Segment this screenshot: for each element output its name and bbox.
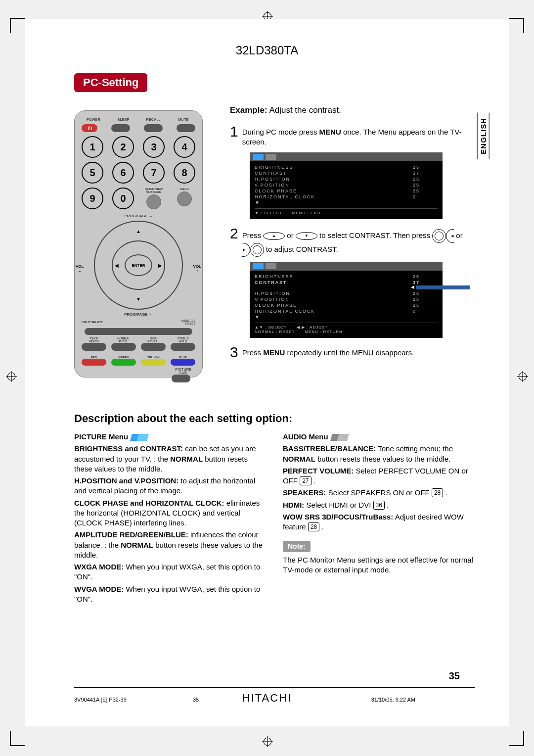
remote-label-recall: RECALL: [141, 118, 165, 121]
step-2: 2 Press or to select CONTRAST. Then pres…: [230, 226, 477, 257]
remote-arrow-left-icon: ◀: [115, 263, 119, 268]
remote-num-0: 0: [112, 188, 134, 209]
remote-mute-button: [177, 124, 195, 132]
remote-quickview-label: QUICK VIEW SUB PAGE: [143, 188, 165, 193]
remote-num-7: 7: [143, 162, 165, 184]
step-1: 1 During PC mode press MENU once. The Me…: [230, 124, 477, 147]
page-ref-27: 27: [300, 476, 311, 485]
step-2-number: 2: [230, 226, 238, 241]
step-3-number: 3: [230, 345, 238, 360]
remote-red-button: [82, 359, 106, 366]
step-1-number: 1: [230, 124, 238, 139]
remote-num-1: 1: [82, 136, 103, 158]
osd-down-arrow-icon: ▼: [255, 314, 438, 320]
crop-mark-br: [509, 731, 524, 746]
remote-audio12-label: AUDIO 1/2 RESET: [181, 319, 195, 325]
example-line: Example: Adjust the contrast.: [230, 105, 477, 115]
remote-blue-button: [171, 359, 195, 366]
remote-num-5: 5: [82, 162, 103, 184]
registration-mark-left: [6, 371, 17, 382]
remote-bar-button: [85, 328, 192, 335]
remote-menu-button: [177, 191, 192, 206]
remote-green-button: [111, 359, 136, 366]
remote-arrow-up-icon: ▲: [136, 229, 141, 234]
osd-down-arrow-icon: ▼: [255, 200, 438, 205]
remote-status-button: [171, 343, 195, 351]
oval-up-icon: [263, 232, 285, 240]
remote-recall-button: [144, 124, 163, 132]
page-ref-36: 36: [373, 501, 385, 510]
crop-mark-bl: [10, 731, 25, 746]
remote-quickview-button: [146, 194, 161, 209]
description-heading: Description about the each setting optio…: [74, 412, 475, 425]
remote-num-8: 8: [174, 162, 195, 184]
remote-progpage-up: PROG/PAGE ︿: [82, 213, 195, 219]
remote-normal-button: [111, 343, 136, 351]
crop-mark-tr: [509, 18, 524, 33]
remote-arrow-right-icon: ▶: [158, 263, 162, 268]
note-text: The PC Monitor Menu settings are not eff…: [283, 555, 475, 575]
remote-picture-size-button: [172, 375, 190, 382]
remote-text-button: [82, 343, 106, 351]
audio-menu-column: AUDIO Menu BASS/TREBLE/BALANCE: Tone set…: [283, 432, 475, 606]
remote-sleep-button: [111, 124, 130, 132]
registration-mark-bottom: [262, 736, 273, 747]
half-right-icon: [242, 243, 250, 257]
page: 32LD380TA PC-Setting ENGLISH POWER SLEEP…: [25, 19, 509, 726]
remote-input-select-label: INPUT SELECT: [82, 321, 103, 324]
brand-logo: HITACHI: [25, 692, 509, 705]
language-tab: ENGLISH: [477, 113, 490, 159]
remote-label-power: POWER: [82, 118, 105, 121]
oval-down-icon: [296, 232, 317, 240]
remote-power-button: [82, 124, 97, 132]
page-ref-28b: 28: [308, 522, 319, 531]
osd-screenshot-1: BRIGHTNESS25 CONTRAST37 H.POSITION25 V.P…: [250, 152, 443, 219]
remote-skip-button: [141, 343, 166, 351]
step-3-text: Press MENU repeatedly until the MENU dis…: [242, 345, 414, 358]
remote-dpad: ENTER ▲ ▼ ◀ ▶: [94, 221, 183, 310]
picture-menu-column: PICTURE Menu BRIGHTNESS and CONTRAST: ca…: [74, 432, 266, 606]
remote-enter-button: ENTER: [125, 254, 152, 276]
remote-label-mute: MUTE: [172, 118, 195, 121]
osd-picture-tab-icon: [253, 154, 264, 160]
osd-slider: [416, 285, 470, 289]
step-2-text: Press or to select CONTRAST. Then press …: [242, 226, 477, 257]
remote-progpage-down: PROG/PAGE ﹀: [82, 312, 195, 317]
note-label: Note:: [283, 541, 311, 552]
remote-picture-size-label: PICTURE SIZE: [172, 368, 195, 375]
remote-menu-label: MENU: [174, 188, 195, 190]
remote-yellow-button: [141, 359, 166, 366]
osd-audio-tab-icon: [266, 263, 276, 269]
remote-vol-left: VOL–: [76, 264, 84, 273]
remote-illustration: POWER SLEEP RECALL MUTE 1 2 3 4 5 6 7: [74, 110, 203, 378]
remote-skip-label: SKIP REVEAL: [141, 337, 166, 343]
remote-num-4: 4: [174, 136, 195, 158]
remote-num-9: 9: [82, 188, 103, 209]
half-left-icon: [446, 229, 454, 243]
registration-mark-right: [517, 371, 528, 382]
osd-audio-tab-icon: [266, 154, 276, 160]
section-heading: PC-Setting: [74, 73, 147, 92]
page-number: 35: [449, 670, 460, 682]
remote-num-3: 3: [143, 136, 165, 158]
remote-num-2: 2: [112, 136, 134, 158]
double-circle-icon: [432, 229, 446, 243]
picture-menu-icon: [130, 434, 149, 441]
page-ref-28: 28: [432, 488, 443, 497]
remote-status-label: STATUS HOLD: [171, 337, 195, 343]
remote-arrow-down-icon: ▼: [136, 296, 141, 302]
remote-normal-label: NORMAL P./T./B.: [111, 337, 136, 343]
picture-menu-title: PICTURE Menu: [74, 432, 128, 442]
osd-picture-tab-icon: [253, 263, 264, 269]
remote-vol-right: VOL+: [193, 264, 201, 273]
footer-divider: [74, 687, 475, 688]
osd-screenshot-2: BRIGHTNESS25 CONTRAST37 H.POSITION25 V.P…: [250, 262, 443, 338]
audio-menu-title: AUDIO Menu: [283, 432, 328, 442]
step-1-text: During PC mode press MENU once. The Menu…: [242, 124, 477, 147]
model-number: 32LD380TA: [25, 44, 509, 57]
crop-mark-tl: [10, 18, 25, 33]
double-circle-icon-2: [250, 243, 264, 257]
remote-num-6: 6: [112, 162, 134, 184]
audio-menu-icon: [330, 434, 349, 441]
step-3: 3 Press MENU repeatedly until the MENU d…: [230, 345, 477, 360]
